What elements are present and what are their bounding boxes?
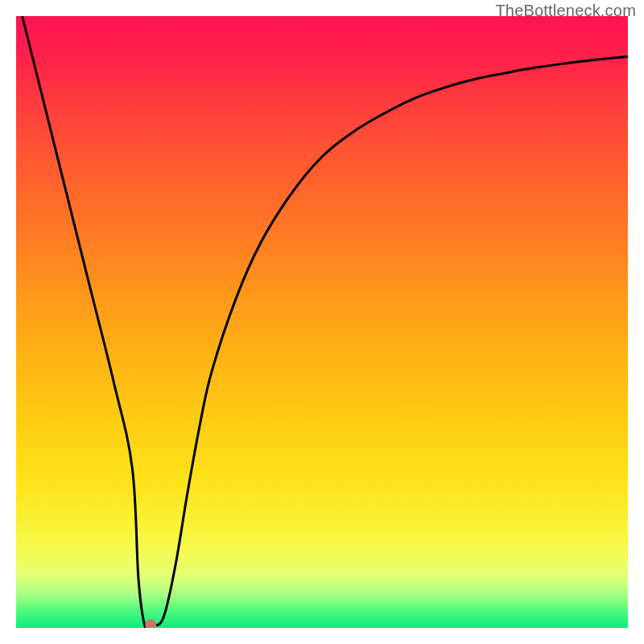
curve-layer bbox=[16, 16, 628, 628]
watermark-text: TheBottleneck.com bbox=[495, 2, 636, 20]
chart-container: TheBottleneck.com bbox=[0, 0, 644, 644]
minimum-marker-icon bbox=[145, 619, 156, 628]
chart-frame bbox=[16, 16, 628, 628]
bottleneck-curve bbox=[23, 16, 628, 628]
